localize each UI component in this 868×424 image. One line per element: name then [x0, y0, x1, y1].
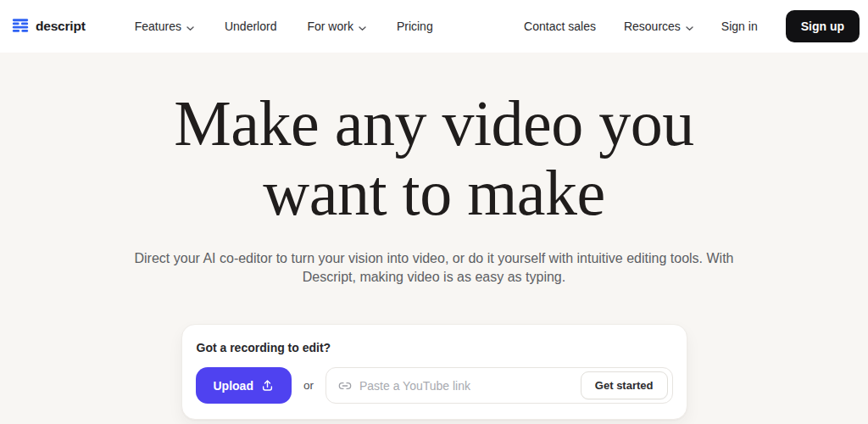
nav-item-sign-in[interactable]: Sign in [721, 20, 758, 33]
hero-title-line1: Make any video you [174, 87, 694, 159]
hero-subtitle: Direct your AI co-editor to turn your vi… [0, 249, 868, 287]
hero-title-line2: want to make [263, 157, 604, 228]
sign-up-button[interactable]: Sign up [786, 10, 860, 42]
nav-item-label: Underlord [225, 20, 276, 33]
nav-item-label: Sign in [721, 20, 758, 33]
descript-logo[interactable]: descript [11, 17, 86, 36]
nav-item-features[interactable]: Features [135, 19, 194, 34]
nav-right-group: Contact sales Resources Sign in Sign up [524, 10, 860, 42]
hero-section: Make any video you want to make Direct y… [0, 88, 868, 420]
youtube-link-field[interactable]: Get started [326, 367, 673, 404]
nav-item-label: For work [307, 20, 353, 33]
upload-arrow-icon [261, 379, 274, 392]
descript-logo-icon [11, 17, 30, 36]
chevron-down-icon [686, 20, 693, 34]
recording-cta-card: Got a recording to edit? Upload or [181, 324, 687, 420]
hero-title: Make any video you want to make [0, 88, 868, 227]
nav-item-underlord[interactable]: Underlord [225, 20, 276, 33]
link-chain-icon [338, 379, 352, 393]
upload-button[interactable]: Upload [196, 367, 292, 404]
nav-item-label: Resources [624, 20, 681, 33]
primary-nav: Features Underlord For work Pricing [135, 19, 433, 34]
nav-item-label: Features [135, 20, 181, 33]
cta-prompt-label: Got a recording to edit? [197, 341, 673, 354]
nav-item-label: Contact sales [524, 20, 596, 33]
cta-row: Upload or [196, 367, 673, 404]
youtube-link-input[interactable] [359, 379, 573, 393]
or-separator-label: or [299, 379, 318, 392]
nav-item-label: Pricing [397, 20, 433, 33]
get-started-button[interactable]: Get started [581, 371, 668, 399]
chevron-down-icon [359, 20, 366, 34]
hero-subtitle-line1: Direct your AI co-editor to turn your vi… [135, 251, 734, 265]
chevron-down-icon [186, 20, 194, 34]
upload-button-label: Upload [214, 379, 253, 393]
nav-item-pricing[interactable]: Pricing [397, 20, 433, 33]
top-nav: descript Features Underlord For work Pri… [0, 0, 868, 53]
hero-subtitle-line2: Descript, making video is as easy as typ… [303, 270, 565, 284]
nav-item-for-work[interactable]: For work [307, 19, 365, 34]
nav-item-contact-sales[interactable]: Contact sales [524, 20, 596, 33]
nav-left-group: descript Features Underlord For work Pri… [11, 17, 433, 36]
nav-item-resources[interactable]: Resources [624, 19, 693, 34]
brand-name: descript [36, 19, 86, 34]
